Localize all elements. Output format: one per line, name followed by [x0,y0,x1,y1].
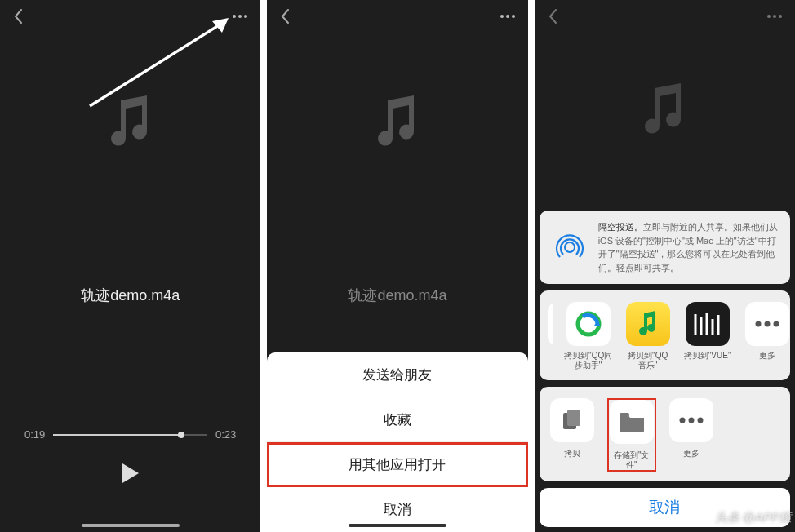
more-icon [669,398,713,442]
file-name: 轨迹demo.m4a [0,286,260,305]
music-note-icon [373,94,422,153]
back-icon[interactable] [13,8,23,24]
player-controls: 0:19 0:23 [0,428,260,483]
back-icon[interactable] [280,8,290,24]
file-name: 轨迹demo.m4a [267,286,527,305]
qq-sync-icon [566,302,611,346]
svg-point-17 [688,418,694,423]
home-indicator[interactable] [349,524,446,527]
music-note-icon [106,94,155,153]
svg-point-10 [755,321,761,327]
more-options-icon[interactable] [233,15,247,18]
svg-point-18 [697,418,703,423]
nav-bar [0,0,260,33]
action-more[interactable]: 更多 [667,398,716,472]
qq-music-icon [626,302,670,346]
share-actions-row[interactable]: 拷贝 存储到"文件" 更多 [540,387,790,481]
airdrop-icon [551,228,588,266]
copy-icon [550,398,594,442]
airdrop-panel[interactable]: 隔空投送。立即与附近的人共享。如果他们从 iOS 设备的"控制中心"或 Mac … [540,211,790,284]
more-options-icon[interactable] [767,15,782,18]
app-qq-music[interactable]: 拷贝到"QQ音乐" [624,302,673,370]
screen-preview: 轨迹demo.m4a 0:19 0:23 [0,0,260,532]
svg-rect-15 [620,413,629,417]
action-copy[interactable]: 拷贝 [548,398,597,472]
screen-action-sheet: 轨迹demo.m4a 发送给朋友 收藏 用其他应用打开 取消 [267,0,527,532]
home-indicator[interactable] [82,524,180,527]
svg-point-2 [565,242,575,252]
total-time: 0:23 [215,428,236,441]
airdrop-description: 隔空投送。立即与附近的人共享。如果他们从 iOS 设备的"控制中心"或 Mac … [598,220,779,274]
svg-point-11 [764,321,770,327]
back-icon[interactable] [548,8,557,24]
more-options-icon[interactable] [500,15,515,18]
progress-slider[interactable] [53,434,207,436]
elapsed-time: 0:19 [24,428,45,441]
folder-icon [610,400,654,444]
sheet-favorite[interactable]: 收藏 [267,397,527,442]
share-apps-row[interactable]: 拷贝到"QQ同步助手" 拷贝到"QQ音乐" 拷贝到"VUE" 更多 [540,290,790,380]
action-save-to-files[interactable]: 存储到"文件" [607,398,656,472]
svg-point-16 [679,418,685,423]
app-more[interactable]: 更多 [743,302,790,370]
music-note-icon [640,82,689,140]
app-partial[interactable] [548,302,553,370]
svg-rect-14 [567,410,580,426]
sheet-send-to-friend[interactable]: 发送给朋友 [267,352,527,397]
more-icon [745,302,789,346]
vue-icon [686,302,730,346]
svg-point-12 [773,321,779,327]
app-vue[interactable]: 拷贝到"VUE" [683,302,732,370]
play-button[interactable] [24,463,236,483]
sheet-open-with-other-app[interactable]: 用其他应用打开 [267,442,527,487]
watermark: 头条 @APP猿 [715,510,792,525]
action-sheet: 发送给朋友 收藏 用其他应用打开 取消 [267,352,527,532]
screen-share-sheet: 隔空投送。立即与附近的人共享。如果他们从 iOS 设备的"控制中心"或 Mac … [535,0,795,532]
share-sheet: 隔空投送。立即与附近的人共享。如果他们从 iOS 设备的"控制中心"或 Mac … [535,206,795,532]
app-qq-sync[interactable]: 拷贝到"QQ同步助手" [564,302,613,370]
